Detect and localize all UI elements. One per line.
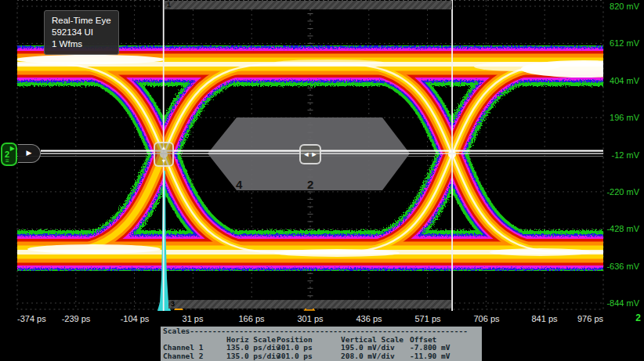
bottom-gate-label: 3 [171, 300, 175, 308]
y-axis-label: 196 mV [603, 113, 642, 122]
scales-title-row: Scales ---------------------------------… [163, 327, 482, 336]
y-axis-label: 404 mV [603, 76, 642, 85]
y-axis-label: -844 mV [603, 298, 642, 308]
x-axis-label: 571 ps [399, 313, 457, 324]
x-axis-label: 436 ps [340, 313, 398, 324]
scales-title: Scales [163, 327, 190, 336]
scales-title-dashes: ----------------------------------------… [190, 327, 468, 336]
position-value: 301.0 ps [277, 352, 341, 361]
reference-marker-tab[interactable]: ▶ [18, 144, 41, 163]
horizontal-adjust-handle[interactable]: ◄ ► [299, 144, 321, 164]
scales-table: Scales ---------------------------------… [161, 327, 482, 361]
mask-label-center: 2 [307, 178, 313, 191]
channel-indicator: 2 [627, 312, 641, 323]
arrow-up-icon: ▲ [155, 145, 172, 150]
info-ui-count: 592134 UI [52, 27, 111, 38]
y-axis-label: -428 mV [603, 224, 642, 233]
oscilloscope-screen: { "info_box": { "mode": "Real-Time Eye",… [0, 0, 644, 361]
x-axis-label: 706 ps [458, 313, 516, 324]
horiz-scale-value: 135.0 ps/div [226, 352, 277, 361]
x-axis-label: 301 ps [281, 313, 339, 324]
badge-lines-icon: ≡ [5, 158, 9, 164]
info-mode: Real-Time Eye [52, 15, 111, 27]
horiz-scale-value: 135.0 ps/div [226, 344, 277, 352]
info-waveforms: 1 Wfms [52, 38, 111, 50]
vertical-scale-value: 195.0 mV/div [341, 344, 410, 352]
offset-value: -11.90 mV [410, 352, 450, 361]
channel-name: Channel 2 [163, 352, 226, 361]
x-axis-label: -239 ps [47, 313, 105, 324]
y-axis-label: 612 mV [603, 38, 642, 48]
offset-value: -7.800 mV [410, 344, 450, 352]
arrow-left-icon: ◄ [303, 150, 310, 158]
channel-name: Channel 1 [163, 344, 226, 352]
top-gate-bar[interactable]: 1 [165, 1, 452, 9]
x-axis-label: 31 ps [164, 313, 222, 324]
arrow-right-icon: ► [311, 150, 318, 158]
y-axis-label: -220 mV [603, 187, 642, 197]
y-axis-label: -636 mV [603, 262, 642, 271]
bottom-gate-bar[interactable]: 3 [168, 300, 451, 309]
vertical-adjust-handle[interactable]: ▲ ▼ [154, 142, 174, 167]
channel-2-badge[interactable]: 2 ▶ ≡ [1, 143, 17, 166]
tab-arrow-icon: ▶ [27, 149, 32, 157]
realtime-eye-info-box: Real-Time Eye 592134 UI 1 Wfms [44, 10, 119, 55]
table-row: Channel 1 135.0 ps/div 301.0 ps 195.0 mV… [163, 344, 482, 352]
x-axis-label: 166 ps [223, 313, 280, 324]
x-axis-label: -104 ps [106, 313, 164, 324]
position-value: 301.0 ps [277, 344, 341, 352]
arrow-down-icon: ▼ [155, 158, 172, 164]
vertical-scale-value: 208.0 mV/div [341, 352, 410, 361]
y-axis-label: -12 mV [603, 150, 642, 160]
x-axis-label: 976 ps [545, 313, 603, 324]
mask-label-left: 4 [236, 178, 242, 191]
top-gate-label: 1 [167, 1, 171, 9]
badge-arrow-icon: ▶ [10, 145, 15, 152]
y-axis-label: 820 mV [603, 2, 642, 11]
table-row: Channel 2 135.0 ps/div 301.0 ps 208.0 mV… [163, 352, 482, 361]
